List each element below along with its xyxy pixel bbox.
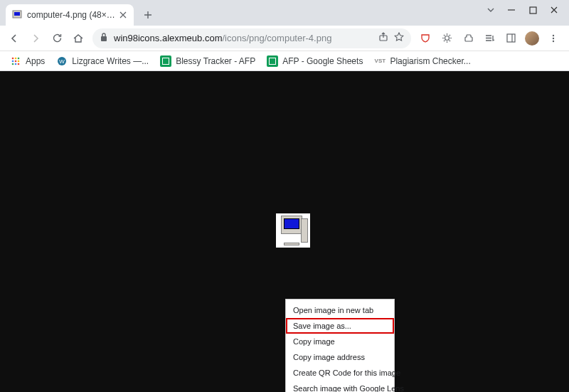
maximize-icon[interactable] — [528, 5, 538, 15]
displayed-image[interactable] — [276, 213, 310, 248]
bookmark-lizgrace[interactable]: W Lizgrace Writes —... — [52, 54, 153, 68]
reading-list-icon[interactable] — [479, 28, 499, 48]
close-icon[interactable] — [549, 5, 559, 15]
tab-favicon-icon — [11, 9, 23, 21]
svg-point-15 — [12, 60, 14, 62]
menu-search-lens[interactable]: Search image with Google Lens — [286, 381, 394, 392]
menu-icon[interactable] — [543, 28, 563, 48]
menu-create-qr[interactable]: Create QR Code for this image — [286, 365, 394, 381]
svg-point-17 — [18, 60, 20, 62]
window-controls — [477, 0, 569, 20]
svg-point-18 — [12, 63, 14, 65]
share-icon[interactable] — [378, 32, 388, 44]
apps-button[interactable]: Apps — [6, 54, 49, 68]
tab-close-icon[interactable] — [118, 10, 128, 20]
home-button[interactable] — [68, 28, 88, 48]
bookmark-label: Plagiarism Checker... — [390, 56, 470, 66]
tab-title: computer-4.png (48×48) — [27, 10, 118, 20]
chevron-down-icon[interactable] — [486, 6, 495, 14]
sheets-icon — [160, 55, 171, 67]
svg-text:W: W — [60, 58, 65, 65]
svg-point-16 — [15, 60, 17, 62]
computer-icon — [278, 216, 308, 245]
reload-button[interactable] — [47, 28, 67, 48]
page-viewport[interactable]: Open image in new tab Save image as... C… — [0, 71, 569, 392]
bookmarks-bar: Apps W Lizgrace Writes —... Blessy Track… — [0, 51, 569, 71]
svg-point-19 — [15, 63, 17, 65]
extensions-icon[interactable] — [458, 28, 478, 48]
svg-point-12 — [12, 57, 14, 59]
side-panel-icon[interactable] — [501, 28, 521, 48]
extension-gear-icon[interactable] — [437, 28, 457, 48]
svg-point-9 — [553, 34, 554, 36]
bookmark-label: Blessy Tracker - AFP — [176, 56, 255, 66]
bookmark-label: Lizgrace Writes —... — [72, 56, 149, 66]
vst-icon: VST — [374, 55, 385, 67]
menu-copy-address[interactable]: Copy image address — [286, 349, 394, 365]
svg-point-13 — [15, 57, 17, 59]
svg-rect-4 — [101, 36, 107, 41]
toolbar: win98icons.alexmeub.com/icons/png/comput… — [0, 26, 569, 51]
apps-icon — [10, 55, 21, 67]
star-icon[interactable] — [394, 32, 404, 44]
svg-point-11 — [553, 40, 554, 41]
menu-save-image-as[interactable]: Save image as... — [286, 318, 394, 334]
minimize-icon[interactable] — [506, 5, 516, 15]
url-text: win98icons.alexmeub.com/icons/png/comput… — [114, 33, 373, 43]
svg-rect-1 — [530, 7, 536, 14]
wordpress-icon: W — [56, 55, 68, 67]
bookmark-label: AFP - Google Sheets — [282, 56, 363, 66]
profile-avatar[interactable] — [522, 28, 542, 48]
bookmark-plagiarism[interactable]: VST Plagiarism Checker... — [370, 54, 474, 68]
svg-point-20 — [18, 63, 20, 65]
new-tab-button[interactable] — [138, 5, 158, 25]
menu-open-new-tab[interactable]: Open image in new tab — [286, 302, 394, 318]
context-menu: Open image in new tab Save image as... C… — [285, 299, 395, 392]
sheets-icon — [267, 55, 278, 67]
svg-point-10 — [553, 37, 554, 38]
tab-active[interactable]: computer-4.png (48×48) — [6, 4, 134, 26]
svg-point-6 — [445, 36, 449, 41]
toolbar-right — [415, 28, 565, 48]
svg-rect-3 — [14, 12, 20, 16]
menu-copy-image[interactable]: Copy image — [286, 334, 394, 349]
bookmark-afp[interactable]: AFP - Google Sheets — [262, 54, 367, 68]
svg-rect-7 — [507, 34, 515, 42]
address-bar[interactable]: win98icons.alexmeub.com/icons/png/comput… — [92, 28, 411, 48]
bookmark-blessy[interactable]: Blessy Tracker - AFP — [156, 54, 260, 68]
lock-icon — [100, 32, 108, 44]
forward-button[interactable] — [26, 28, 46, 48]
svg-point-14 — [18, 57, 20, 59]
bookmark-label: Apps — [26, 56, 45, 66]
back-button[interactable] — [4, 28, 24, 48]
extension-shield-icon[interactable] — [415, 28, 435, 48]
